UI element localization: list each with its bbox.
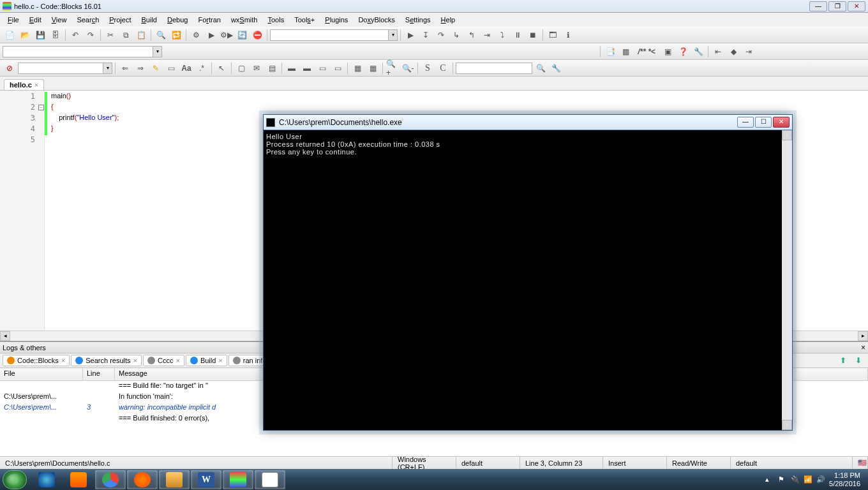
col-line[interactable]: Line	[83, 368, 115, 380]
console-window[interactable]: C:\Users\prem\Documents\hello.exe — ☐ ✕ …	[263, 114, 793, 431]
menu-edit[interactable]: Edit	[24, 15, 47, 25]
tab-close-icon[interactable]: ×	[133, 357, 137, 364]
ui-box4-icon[interactable]: ▭	[331, 62, 345, 75]
scroll-right-icon[interactable]: ▸	[858, 331, 868, 341]
windows-taskbar[interactable]: W ▴ ⚑ 🔌 📶 🔊 1:18 PM 5/28/2016	[0, 469, 868, 490]
menu-toolsplus[interactable]: Tools+	[289, 15, 320, 25]
pointer-icon[interactable]: ↖	[214, 62, 228, 75]
code-line[interactable]: main()	[51, 92, 864, 103]
ui-grid2-icon[interactable]: ▦	[366, 62, 380, 75]
task-codeblocks[interactable]	[223, 470, 253, 489]
prev-icon[interactable]: ⇐	[118, 62, 132, 75]
letter-s-icon[interactable]: S	[421, 62, 435, 75]
doxy-run-icon[interactable]: ▣	[661, 45, 675, 58]
step-into-icon[interactable]: ↳	[449, 29, 463, 41]
menu-doxyblocks[interactable]: DoxyBlocks	[353, 15, 400, 25]
menu-fortran[interactable]: Fortran	[193, 15, 225, 25]
run-to-cursor-icon[interactable]: ↧	[419, 29, 433, 41]
tray-clock[interactable]: 1:18 PM 5/28/2016	[829, 471, 860, 488]
cut-icon[interactable]: ✂	[103, 29, 117, 41]
debug-run-icon[interactable]: ▶	[403, 29, 417, 41]
task-explorer[interactable]	[159, 470, 190, 489]
console-maximize-button[interactable]: ☐	[755, 117, 772, 128]
doxy-block-icon[interactable]: ▦	[618, 45, 632, 58]
logs-next-icon[interactable]: ⬇	[851, 354, 865, 367]
menu-build[interactable]: Build	[137, 15, 162, 25]
select-icon[interactable]: ▭	[164, 62, 178, 75]
tray-flag-icon[interactable]: ⚑	[778, 475, 787, 484]
step-out-icon[interactable]: ↰	[465, 29, 479, 41]
doxy-extract-icon[interactable]: 📑	[603, 45, 617, 58]
tab-close-icon[interactable]: ×	[34, 81, 38, 89]
console-titlebar[interactable]: C:\Users\prem\Documents\hello.exe — ☐ ✕	[264, 115, 792, 130]
abort-icon[interactable]: ⛔	[250, 29, 264, 41]
rebuild-icon[interactable]: 🔄	[235, 29, 249, 41]
redo-icon[interactable]: ↷	[84, 29, 98, 41]
menu-view[interactable]: View	[47, 15, 72, 25]
match-case-icon[interactable]: Aa	[179, 62, 193, 75]
ui-frame-icon[interactable]: ▢	[234, 62, 248, 75]
letter-c-icon[interactable]: C	[436, 62, 450, 75]
logs-tab-build[interactable]: Build×	[186, 355, 227, 366]
logs-prev-icon[interactable]: ⬆	[836, 354, 850, 367]
tab-hello-c[interactable]: hello.c ×	[4, 79, 44, 90]
menu-project[interactable]: Project	[104, 15, 136, 25]
menu-settings[interactable]: Settings	[400, 15, 436, 25]
menu-file[interactable]: File	[3, 15, 24, 25]
scroll-up-icon[interactable]: ▴	[782, 130, 792, 140]
ui-grid1-icon[interactable]: ▦	[350, 62, 364, 75]
console-minimize-button[interactable]: —	[737, 117, 754, 128]
next-instr-icon[interactable]: ⇥	[480, 29, 494, 41]
menu-plugins[interactable]: Plugins	[320, 15, 353, 25]
ui-box3-icon[interactable]: ▭	[315, 62, 329, 75]
info-icon[interactable]: ℹ	[561, 29, 575, 41]
ui-panel-icon[interactable]: ▤	[265, 62, 279, 75]
build-target-dropdown[interactable]: ▾	[270, 29, 398, 41]
jump-mark-icon[interactable]: ◆	[726, 45, 740, 58]
scope-dropdown[interactable]: ▾	[3, 46, 162, 57]
tray-arrow-icon[interactable]: ▴	[765, 475, 774, 484]
menu-debug[interactable]: Debug	[162, 15, 193, 25]
tab-close-icon[interactable]: ×	[61, 357, 65, 364]
break-icon[interactable]: ⏸	[511, 29, 525, 41]
replace-icon[interactable]: 🔁	[169, 29, 183, 41]
menu-search[interactable]: Search	[71, 15, 104, 25]
task-word[interactable]: W	[191, 470, 221, 489]
logs-close-icon[interactable]: ×	[861, 343, 865, 352]
logs-tab-code--blocks[interactable]: Code::Blocks×	[3, 355, 70, 366]
search-go-icon[interactable]: 🔍	[534, 62, 548, 75]
code-line[interactable]: {	[51, 103, 864, 114]
goto-function-dropdown[interactable]: ▾	[18, 63, 112, 74]
new-file-icon[interactable]: 📄	[3, 29, 17, 41]
tray-power-icon[interactable]: 🔌	[791, 475, 800, 484]
find-icon[interactable]: 🔍	[154, 29, 168, 41]
undo-icon[interactable]: ↶	[68, 29, 82, 41]
open-file-icon[interactable]: 📂	[18, 29, 32, 41]
jump-back-icon[interactable]: ⇤	[711, 45, 725, 58]
save-icon[interactable]: 💾	[33, 29, 47, 41]
minimize-button[interactable]: —	[809, 1, 827, 11]
tray-network-icon[interactable]: 📶	[804, 475, 812, 484]
task-ie[interactable]	[31, 470, 62, 489]
doxy-chm-icon[interactable]: ❓	[676, 45, 690, 58]
console-output[interactable]: Hello User Process returned 10 (0xA) exe…	[264, 130, 792, 430]
console-scrollbar[interactable]: ▴ ▾	[782, 130, 792, 430]
doxy-comment-icon[interactable]: /** *<	[634, 45, 659, 58]
highlight-icon[interactable]: ✎	[149, 62, 163, 75]
system-tray[interactable]: ▴ ⚑ 🔌 📶 🔊 1:18 PM 5/28/2016	[765, 471, 865, 488]
task-console[interactable]	[255, 470, 285, 489]
zoom-in-icon[interactable]: 🔍+	[385, 62, 400, 75]
col-file[interactable]: File	[0, 368, 83, 380]
stop-debug-icon[interactable]: ⏹	[526, 29, 540, 41]
jump-forward-icon[interactable]: ⇥	[742, 45, 756, 58]
zoom-out-icon[interactable]: 🔍-	[401, 62, 415, 75]
build-run-icon[interactable]: ⚙▶	[220, 29, 234, 41]
paste-icon[interactable]: 📋	[134, 29, 148, 41]
step-over-icon[interactable]: ↷	[434, 29, 448, 41]
titlebar[interactable]: hello.c - Code::Blocks 16.01 — ❐ ✕	[0, 0, 868, 13]
ui-box2-icon[interactable]: ▬	[300, 62, 314, 75]
save-all-icon[interactable]: 🗄	[49, 29, 63, 41]
menu-tools[interactable]: Tools	[262, 15, 289, 25]
close-button[interactable]: ✕	[848, 1, 865, 11]
task-firefox[interactable]	[127, 470, 158, 489]
